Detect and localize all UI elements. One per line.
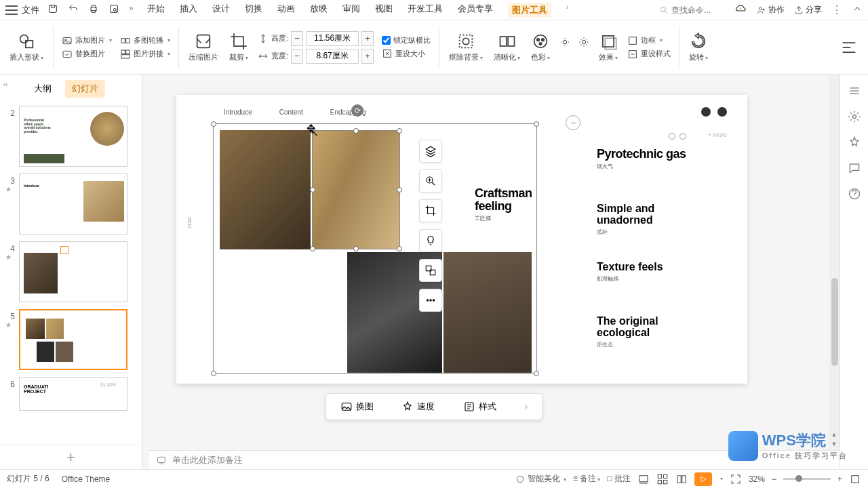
- slide-thumb-5[interactable]: [19, 309, 127, 370]
- slide-thumb-4[interactable]: [19, 241, 127, 302]
- add-image-button[interactable]: 添加图片▾: [62, 35, 112, 46]
- original-heading: The original ecological: [597, 316, 705, 339]
- effects-button[interactable]: 效果▾: [595, 20, 622, 74]
- color-button[interactable]: 色彩▾: [527, 20, 554, 74]
- multi-carousel-button[interactable]: 多图轮播▾: [120, 35, 170, 46]
- tab-transition[interactable]: 切换: [245, 3, 262, 18]
- remove-bg-button[interactable]: 抠除背景▾: [445, 20, 487, 74]
- fit-view-icon[interactable]: [730, 473, 742, 485]
- normal-view-icon[interactable]: [637, 473, 650, 485]
- change-image-button[interactable]: 换图: [340, 401, 374, 413]
- slide-thumbnails[interactable]: 2 Professionaloffice spaceoverall soluti…: [0, 103, 142, 445]
- print-icon[interactable]: [88, 3, 99, 16]
- brightness-up-button[interactable]: [578, 37, 589, 47]
- action-bar-next-icon[interactable]: ›: [524, 401, 528, 413]
- width-increase[interactable]: +: [361, 49, 374, 64]
- rotate-handle-icon[interactable]: ⟳: [351, 104, 363, 117]
- sorter-view-icon[interactable]: [656, 473, 669, 485]
- brightness-down-button[interactable]: [559, 37, 570, 47]
- reset-style-button[interactable]: 重设样式: [627, 49, 671, 60]
- insert-shape-button[interactable]: 插入形状▾: [5, 20, 47, 74]
- lock-ratio-checkbox[interactable]: 锁定纵横比: [382, 35, 431, 45]
- slide-canvas[interactable]: IntroduceContentEndcapping + More 05/17: [142, 75, 840, 469]
- tab-next-icon[interactable]: ›: [566, 3, 569, 18]
- height-increase[interactable]: +: [361, 31, 374, 46]
- height-input[interactable]: [306, 31, 359, 46]
- tab-image-tools[interactable]: 图片工具: [508, 3, 551, 18]
- beautify-button[interactable]: 智能美化 ▾: [515, 473, 566, 485]
- tab-developer[interactable]: 开发工具: [408, 3, 443, 18]
- crop-tool[interactable]: [419, 199, 442, 222]
- slide-thumb-2[interactable]: Professionaloffice spaceoverall solution…: [19, 106, 127, 167]
- settings-rail-icon[interactable]: [848, 110, 861, 123]
- slide-thumb-6[interactable]: GRADUATIPROJECT SLIDE: [19, 377, 127, 411]
- save-icon[interactable]: [47, 3, 58, 16]
- compress-image-button[interactable]: 压缩图片: [184, 20, 222, 74]
- reading-view-icon[interactable]: [675, 473, 688, 485]
- zoom-tool[interactable]: [419, 169, 442, 192]
- crop-button[interactable]: 裁剪▾: [225, 20, 252, 74]
- comment-rail-icon[interactable]: [848, 161, 861, 175]
- width-decrease[interactable]: −: [291, 49, 303, 64]
- tab-view[interactable]: 视图: [375, 3, 393, 18]
- layers-tool[interactable]: [419, 140, 442, 163]
- collapse-panel-icon[interactable]: ‹‹: [0, 77, 11, 91]
- zoom-value[interactable]: 32%: [749, 474, 765, 484]
- notes-toggle[interactable]: ≡ 备注▾: [573, 473, 600, 485]
- group-tool[interactable]: [419, 259, 442, 282]
- tab-slideshow[interactable]: 放映: [310, 3, 328, 18]
- reset-size-button[interactable]: 重设大小: [382, 48, 431, 59]
- share-button[interactable]: 分享: [794, 4, 822, 16]
- notes-placeholder[interactable]: 单击此处添加备注: [172, 454, 243, 466]
- image-collage-button[interactable]: 图片拼接▾: [120, 49, 170, 60]
- hamburger-icon[interactable]: [5, 5, 18, 15]
- collab-button[interactable]: 协作: [757, 4, 785, 16]
- cloud-sync-icon[interactable]: [735, 3, 747, 17]
- status-bar: 幻灯片 5 / 6 Office Theme 智能美化 ▾ ≡ 备注▾ □ 批注…: [0, 469, 868, 488]
- more-menu-icon[interactable]: ⋮: [831, 3, 842, 16]
- slideshow-button[interactable]: [694, 472, 712, 486]
- fullscreen-icon[interactable]: [849, 473, 861, 485]
- tab-insert[interactable]: 插入: [180, 3, 197, 18]
- search-input[interactable]: [671, 5, 726, 15]
- slide-thumb-3[interactable]: Introduce: [19, 174, 127, 235]
- vertical-scrollbar[interactable]: ▲ ▼ ⌃ ⌄: [829, 75, 840, 469]
- tab-design[interactable]: 设计: [212, 3, 230, 18]
- slides-tab[interactable]: 幻灯片: [65, 80, 105, 98]
- more-tool[interactable]: [419, 289, 442, 312]
- slide-content[interactable]: IntroduceContentEndcapping + More 05/17: [176, 95, 747, 384]
- tab-member[interactable]: 会员专享: [458, 3, 493, 18]
- replace-image-button[interactable]: 替换图片: [62, 49, 112, 60]
- tab-start[interactable]: 开始: [147, 3, 165, 18]
- zoom-in-icon[interactable]: +: [837, 474, 842, 484]
- width-input[interactable]: [306, 49, 359, 64]
- collapse-tools-icon[interactable]: −: [566, 115, 580, 130]
- svg-point-23: [537, 39, 540, 41]
- hamburger-rail-icon[interactable]: [848, 84, 861, 98]
- help-rail-icon[interactable]: [848, 187, 861, 201]
- command-search[interactable]: [659, 5, 726, 15]
- collapse-ribbon-icon[interactable]: [852, 3, 863, 16]
- undo-icon[interactable]: [68, 3, 79, 16]
- zoom-out-icon[interactable]: −: [772, 474, 776, 484]
- clarity-button[interactable]: 清晰化▾: [490, 20, 524, 74]
- tab-animation[interactable]: 动画: [277, 3, 295, 18]
- border-button[interactable]: 边框▾: [627, 35, 671, 46]
- style-button[interactable]: 样式: [463, 401, 496, 413]
- outline-tab[interactable]: 大纲: [27, 80, 58, 98]
- tab-review[interactable]: 审阅: [342, 3, 360, 18]
- scroll-thumb[interactable]: [831, 278, 838, 366]
- comments-toggle[interactable]: □ 批注: [607, 473, 631, 485]
- qat-overflow-icon[interactable]: »: [129, 3, 134, 16]
- svg-point-5: [760, 7, 762, 9]
- zoom-slider[interactable]: [783, 478, 831, 480]
- spark-rail-icon[interactable]: [848, 136, 861, 149]
- add-slide-button[interactable]: +: [0, 445, 142, 469]
- speed-button[interactable]: 速度: [401, 401, 435, 413]
- align-button[interactable]: [835, 20, 863, 74]
- file-menu[interactable]: 文件: [22, 4, 39, 16]
- rotate-button[interactable]: 旋转▾: [685, 20, 712, 74]
- idea-tool[interactable]: [419, 229, 442, 252]
- preview-icon[interactable]: [108, 3, 119, 16]
- height-decrease[interactable]: −: [291, 31, 303, 46]
